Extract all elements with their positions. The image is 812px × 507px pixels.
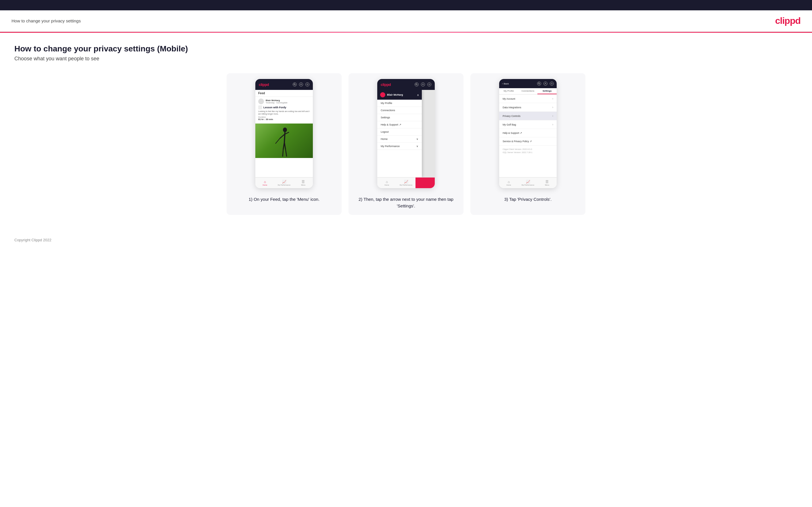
search-icon-3: [537, 81, 541, 86]
svg-line-20: [540, 84, 540, 84]
settings-icon-3: [550, 81, 554, 86]
menu-item-settings[interactable]: Settings: [377, 114, 422, 121]
phone-1-body: Feed Blair McHarg Yesterday · Sunningdal…: [255, 90, 313, 177]
footer-performance-3: 📈 My Performance: [518, 177, 538, 188]
golfer-silhouette: [274, 126, 294, 158]
privacy-controls-label: Privacy Controls: [503, 115, 520, 117]
header-title: How to change your privacy settings: [11, 18, 81, 23]
svg-point-14: [416, 83, 417, 85]
privacy-policy-label: Service & Privacy Policy ↗: [503, 140, 532, 143]
copyright-text: Copyright Clippd 2022: [14, 238, 51, 242]
search-icon-2: [415, 82, 419, 87]
phone-2-body: Blair McHarg ∧ My Profile Connections Se…: [377, 90, 435, 177]
post-icon-row: Lesson with Fordy: [258, 105, 310, 109]
settings-item-my-golf-bag[interactable]: My Golf Bag ›: [499, 120, 557, 129]
performance-label-3: My Performance: [521, 184, 534, 186]
svg-line-6: [285, 132, 285, 142]
author-avatar: [258, 99, 264, 104]
step-3-caption: 3) Tap 'Privacy Controls'.: [504, 196, 552, 203]
svg-line-1: [295, 85, 296, 85]
menu-item-help[interactable]: Help & Support ↗: [377, 121, 422, 128]
tab-my-profile[interactable]: My Profile: [499, 88, 518, 94]
user-icon-3: [544, 81, 548, 86]
step-1-caption: 1) On your Feed, tap the 'Menu' icon.: [249, 196, 320, 203]
footer-menu: ☰ Menu: [294, 177, 313, 188]
post-title: Lesson with Fordy: [263, 106, 287, 109]
settings-icon-2: [427, 82, 431, 87]
performance-icon-2: 📈: [404, 180, 408, 184]
home-icon-3: ⌂: [508, 180, 510, 184]
menu-item-connections[interactable]: Connections: [377, 107, 422, 114]
svg-point-2: [301, 83, 301, 84]
svg-point-23: [551, 83, 553, 84]
chevron-right-icon-2: ›: [552, 106, 553, 109]
svg-line-9: [275, 138, 280, 144]
step-1-phone: clippd Feed: [255, 79, 313, 188]
svg-point-3: [307, 84, 308, 85]
home-label: Home: [262, 184, 267, 186]
duration-value: 01 hr : 30 min: [258, 118, 310, 121]
phone-1-header: clippd: [255, 79, 313, 90]
menu-nav-performance[interactable]: My Performance ∨: [377, 143, 422, 150]
settings-item-help[interactable]: Help & Support ↗: [499, 129, 557, 137]
version-info: Clippd Client Version: 2022.8.3-3GQL Ser…: [499, 146, 557, 156]
back-arrow-icon: ‹: [502, 82, 503, 85]
data-integrations-label: Data Integrations: [503, 106, 521, 109]
settings-item-data-integrations[interactable]: Data Integrations ›: [499, 103, 557, 112]
step-2-card: clippd: [349, 73, 463, 215]
tab-connections[interactable]: Connections: [518, 88, 538, 94]
svg-line-7: [280, 134, 285, 138]
settings-list: My Account › Data Integrations › Privacy…: [499, 95, 557, 156]
user-icon-2: [421, 82, 425, 87]
golf-lesson-icon: [258, 105, 262, 109]
post-author: Blair McHarg Yesterday · Sunningdale: [258, 99, 310, 104]
step-2-caption: 2) Then, tap the arrow next to your name…: [354, 196, 458, 209]
menu-item-logout[interactable]: Logout: [377, 128, 422, 135]
dim-overlay: [422, 90, 435, 177]
search-icon: [293, 82, 297, 87]
home-label-2: Home: [385, 184, 389, 186]
back-button[interactable]: ‹ Back: [502, 82, 509, 85]
menu-nav-performance-label: My Performance: [381, 145, 400, 148]
menu-arrow-up: ∧: [417, 93, 419, 97]
feed-post: Blair McHarg Yesterday · Sunningdale Les…: [255, 97, 313, 123]
main-content: How to change your privacy settings (Mob…: [0, 33, 812, 226]
chevron-right-icon: ›: [552, 97, 553, 100]
footer-menu-3: ☰ Menu: [538, 177, 557, 188]
home-icon: ⌂: [264, 180, 266, 184]
post-desc: Looking to feel like my hands are exitin…: [258, 110, 310, 115]
menu-panel: Blair McHarg ∧ My Profile Connections Se…: [377, 90, 422, 177]
home-icon-2: ⌂: [386, 180, 388, 184]
duration-label: Duration: [258, 116, 310, 118]
footer-home-2: ⌂ Home: [377, 177, 397, 188]
menu-nav-home-label: Home: [381, 137, 388, 140]
settings-back-header: ‹ Back: [499, 79, 557, 88]
tab-settings[interactable]: Settings: [538, 88, 557, 94]
back-label: Back: [504, 82, 509, 85]
settings-item-my-account[interactable]: My Account ›: [499, 95, 557, 103]
settings-item-privacy-policy[interactable]: Service & Privacy Policy ↗: [499, 137, 557, 146]
help-support-label: Help & Support ↗: [503, 131, 522, 134]
golf-image: [255, 123, 313, 158]
menu-item-my-profile[interactable]: My Profile: [377, 100, 422, 107]
menu-username: Blair McHarg: [387, 93, 403, 96]
author-name: Blair McHarg: [266, 99, 288, 102]
page-footer: Copyright Clippd 2022: [0, 232, 812, 248]
close-label: Menu: [423, 184, 427, 186]
feed-tab: Feed: [255, 90, 313, 97]
svg-point-16: [422, 83, 423, 84]
phone-3-icons: [537, 81, 554, 86]
svg-point-21: [545, 83, 546, 83]
logo: clippd: [775, 15, 801, 26]
footer-home-3: ⌂ Home: [499, 177, 518, 188]
top-bar: [0, 0, 812, 10]
close-icon: ✕: [424, 180, 427, 184]
performance-label-2: My Performance: [400, 184, 412, 186]
phone-1-footer: ⌂ Home 📈 My Performance ☰ Menu: [255, 177, 313, 188]
chevron-right-icon-4: ›: [552, 123, 553, 126]
header: How to change your privacy settings clip…: [0, 10, 812, 32]
menu-nav-home[interactable]: Home ∨: [377, 135, 422, 143]
phone-1-icons: [293, 82, 309, 87]
settings-item-privacy-controls[interactable]: Privacy Controls ›: [499, 112, 557, 120]
phone-3-footer: ⌂ Home 📈 My Performance ☰ Menu: [499, 177, 557, 188]
